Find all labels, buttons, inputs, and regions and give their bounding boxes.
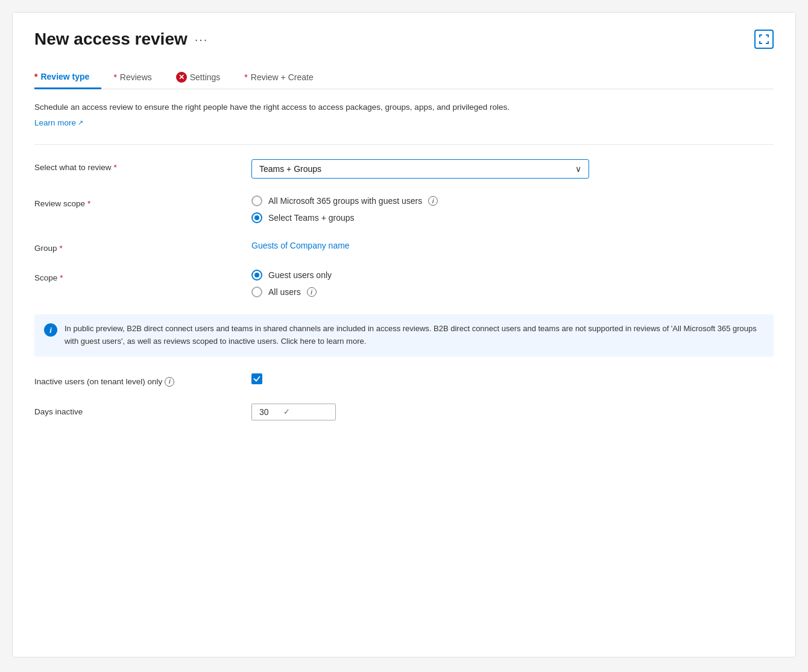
scope-control: Guest users only All users i bbox=[251, 270, 774, 297]
review-scope-required-star: * bbox=[87, 199, 90, 208]
svg-rect-7 bbox=[768, 41, 769, 44]
chevron-down-icon: ∨ bbox=[575, 164, 581, 174]
tab-settings-label: Settings bbox=[190, 72, 221, 82]
scope-label-text: Scope bbox=[34, 273, 57, 282]
info-banner-icon: i bbox=[44, 323, 57, 337]
group-link[interactable]: Guests of Company name bbox=[251, 241, 350, 250]
external-link-icon: ↗ bbox=[78, 119, 83, 127]
inactive-users-label-text: Inactive users (on tenant level) only bbox=[34, 377, 162, 386]
tab-review-create[interactable]: * Review + Create bbox=[244, 66, 325, 89]
radio-circle-all-users bbox=[251, 287, 262, 297]
ellipsis-menu-button[interactable]: ··· bbox=[195, 33, 209, 46]
tabs-container: * Review type * Reviews ✕ Settings * Rev… bbox=[34, 66, 774, 89]
radio-guest-only[interactable]: Guest users only bbox=[251, 270, 774, 281]
review-scope-label: Review scope * bbox=[34, 195, 251, 208]
tab-review-type-star: * bbox=[34, 72, 37, 81]
radio-select-teams-label: Select Teams + groups bbox=[268, 213, 355, 223]
info-banner-text: In public preview, B2B direct connect us… bbox=[65, 323, 764, 348]
header-left: New access review ··· bbox=[34, 30, 208, 49]
radio-circle-select-teams bbox=[251, 212, 262, 223]
group-row: Group * Guests of Company name bbox=[34, 240, 774, 253]
days-inactive-label-text: Days inactive bbox=[34, 407, 83, 416]
days-inactive-label: Days inactive bbox=[34, 404, 251, 416]
checkbox-box-inactive[interactable] bbox=[251, 373, 262, 384]
radio-all-users[interactable]: All users i bbox=[251, 287, 774, 297]
info-banner: i In public preview, B2B direct connect … bbox=[34, 314, 774, 357]
days-inactive-control: 30 ✓ bbox=[251, 404, 774, 420]
scope-label: Scope * bbox=[34, 270, 251, 282]
divider-1 bbox=[34, 144, 774, 145]
radio-circle-guest-only bbox=[251, 270, 262, 281]
tab-reviews[interactable]: * Reviews bbox=[113, 66, 163, 89]
settings-error-icon: ✕ bbox=[176, 72, 187, 83]
select-what-dropdown[interactable]: Teams + Groups ∨ bbox=[251, 159, 589, 179]
group-label: Group * bbox=[34, 240, 251, 253]
days-inactive-input[interactable]: 30 ✓ bbox=[251, 404, 336, 420]
learn-more-link[interactable]: Learn more ↗ bbox=[34, 118, 83, 127]
info-icon-inactive-users[interactable]: i bbox=[165, 377, 174, 387]
select-what-label-text: Select what to review bbox=[34, 163, 112, 172]
radio-all-365-label: All Microsoft 365 groups with guest user… bbox=[268, 196, 422, 206]
page-title: New access review bbox=[34, 30, 188, 49]
svg-rect-3 bbox=[768, 34, 769, 37]
tab-reviews-star: * bbox=[113, 72, 116, 82]
radio-all-users-label: All users bbox=[268, 287, 301, 297]
info-icon-all-365[interactable]: i bbox=[428, 196, 438, 206]
tab-review-type-label: Review type bbox=[40, 72, 89, 81]
select-what-to-review-label: Select what to review * bbox=[34, 159, 251, 172]
inactive-users-label: Inactive users (on tenant level) only i bbox=[34, 373, 251, 387]
radio-select-teams[interactable]: Select Teams + groups bbox=[251, 212, 774, 223]
tab-review-type[interactable]: * Review type bbox=[34, 66, 101, 89]
info-icon-all-users[interactable]: i bbox=[307, 287, 317, 297]
days-inactive-value: 30 bbox=[259, 407, 269, 417]
radio-circle-all-365 bbox=[251, 195, 262, 206]
svg-rect-5 bbox=[759, 41, 760, 44]
days-inactive-row: Days inactive 30 ✓ bbox=[34, 404, 774, 420]
group-control: Guests of Company name bbox=[251, 240, 774, 251]
group-link-text: Guests of Company name bbox=[251, 241, 350, 250]
select-what-value: Teams + Groups bbox=[259, 164, 321, 174]
tab-settings[interactable]: ✕ Settings bbox=[176, 66, 233, 89]
inactive-users-row: Inactive users (on tenant level) only i bbox=[34, 373, 774, 387]
group-required-star: * bbox=[60, 244, 63, 253]
svg-rect-1 bbox=[759, 34, 760, 37]
description-text: Schedule an access review to ensure the … bbox=[34, 101, 774, 113]
review-scope-row: Review scope * All Microsoft 365 groups … bbox=[34, 195, 774, 223]
main-card: New access review ··· * Review type * Re… bbox=[12, 12, 796, 658]
days-inactive-checkmark: ✓ bbox=[283, 407, 290, 416]
select-what-to-review-row: Select what to review * Teams + Groups ∨ bbox=[34, 159, 774, 179]
learn-more-text: Learn more bbox=[34, 118, 76, 127]
focus-icon-button[interactable] bbox=[754, 30, 774, 49]
radio-all-365[interactable]: All Microsoft 365 groups with guest user… bbox=[251, 195, 774, 206]
review-scope-control: All Microsoft 365 groups with guest user… bbox=[251, 195, 774, 223]
tab-reviews-label: Reviews bbox=[120, 72, 152, 82]
review-scope-label-text: Review scope bbox=[34, 199, 85, 208]
tab-review-create-label: Review + Create bbox=[251, 72, 314, 82]
select-what-required-star: * bbox=[114, 163, 117, 172]
tab-review-create-star: * bbox=[244, 72, 247, 82]
header-row: New access review ··· bbox=[34, 30, 774, 49]
inactive-users-control bbox=[251, 373, 774, 384]
scope-radio-group: Guest users only All users i bbox=[251, 270, 774, 297]
radio-guest-only-label: Guest users only bbox=[268, 270, 332, 280]
scope-row: Scope * Guest users only All users i bbox=[34, 270, 774, 297]
inactive-users-checkbox[interactable] bbox=[251, 373, 774, 384]
review-scope-radio-group: All Microsoft 365 groups with guest user… bbox=[251, 195, 774, 223]
group-label-text: Group bbox=[34, 244, 57, 253]
scope-required-star: * bbox=[60, 273, 63, 282]
select-what-control: Teams + Groups ∨ bbox=[251, 159, 774, 179]
